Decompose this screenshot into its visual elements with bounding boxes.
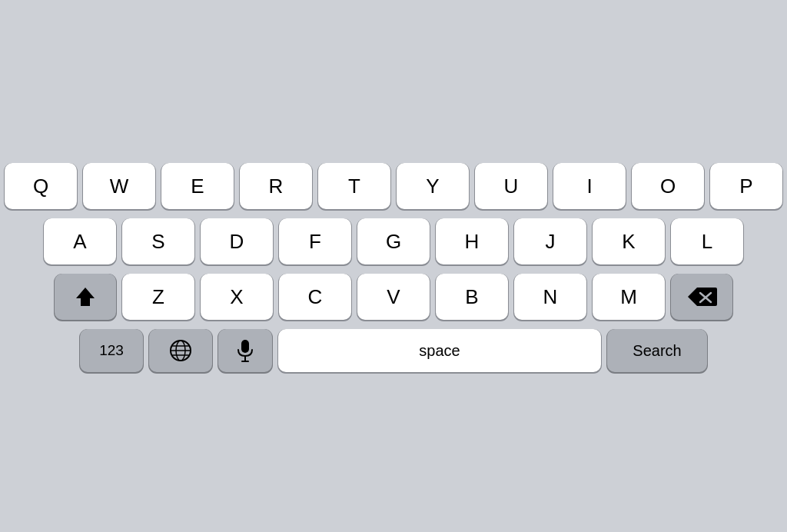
- key-z[interactable]: Z: [122, 274, 194, 320]
- key-i[interactable]: I: [553, 163, 626, 209]
- key-row-2: A S D F G H J K L: [5, 218, 782, 264]
- key-f[interactable]: F: [279, 218, 351, 264]
- shift-key[interactable]: [55, 274, 116, 320]
- shift-icon: [73, 284, 98, 309]
- key-t[interactable]: T: [318, 163, 390, 209]
- globe-key[interactable]: [149, 329, 212, 372]
- key-x[interactable]: X: [201, 274, 273, 320]
- key-s[interactable]: S: [122, 218, 194, 264]
- key-b[interactable]: B: [436, 274, 508, 320]
- key-o[interactable]: O: [632, 163, 704, 209]
- key-d[interactable]: D: [201, 218, 273, 264]
- key-a[interactable]: A: [44, 218, 116, 264]
- key-l[interactable]: L: [671, 218, 743, 264]
- key-row-4: 123 space Search: [5, 329, 782, 372]
- numbers-label: 123: [99, 342, 124, 359]
- key-y[interactable]: Y: [397, 163, 469, 209]
- key-g[interactable]: G: [357, 218, 430, 264]
- key-m[interactable]: M: [593, 274, 665, 320]
- key-k[interactable]: K: [593, 218, 665, 264]
- key-c[interactable]: C: [279, 274, 351, 320]
- key-row-3: Z X C V B N M: [5, 274, 782, 320]
- numbers-key[interactable]: 123: [80, 329, 143, 372]
- key-e[interactable]: E: [161, 163, 234, 209]
- key-q[interactable]: Q: [5, 163, 77, 209]
- key-v[interactable]: V: [357, 274, 430, 320]
- space-label: space: [419, 342, 460, 360]
- mic-key[interactable]: [218, 329, 272, 372]
- delete-key[interactable]: [671, 274, 732, 320]
- globe-icon: [169, 339, 192, 362]
- key-j[interactable]: J: [514, 218, 586, 264]
- key-r[interactable]: R: [240, 163, 312, 209]
- delete-icon: [686, 286, 717, 308]
- key-p[interactable]: P: [710, 163, 782, 209]
- key-w[interactable]: W: [83, 163, 155, 209]
- key-h[interactable]: H: [436, 218, 508, 264]
- space-key[interactable]: space: [278, 329, 601, 372]
- key-n[interactable]: N: [514, 274, 586, 320]
- keyboard: Q W E R T Y U I O P A S D F G H J K L Z …: [0, 0, 787, 532]
- key-row-1: Q W E R T Y U I O P: [5, 163, 782, 209]
- search-label: Search: [633, 342, 681, 360]
- key-u[interactable]: U: [475, 163, 547, 209]
- search-key[interactable]: Search: [607, 329, 707, 372]
- microphone-icon: [236, 339, 254, 362]
- svg-rect-7: [241, 340, 249, 353]
